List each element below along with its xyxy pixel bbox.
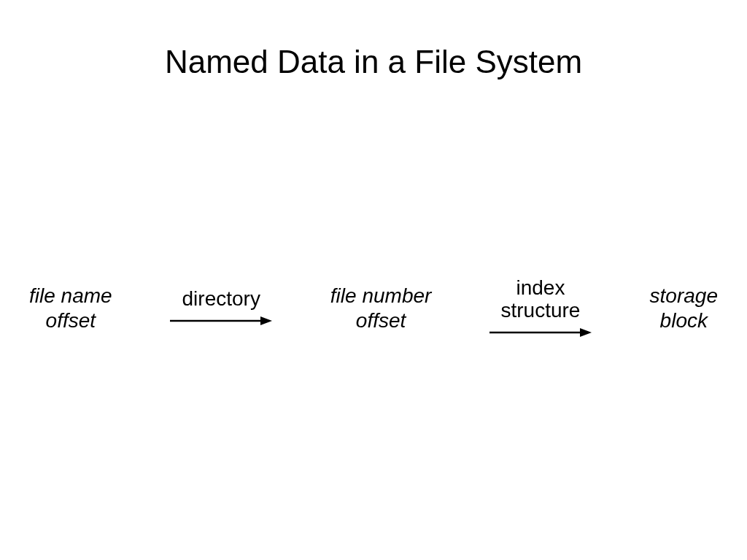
slide-title: Named Data in a File System	[0, 44, 747, 80]
arrow-index-structure: index structure	[489, 277, 592, 340]
flow-diagram: file name offset directory file number o…	[29, 277, 718, 340]
arrow-label-line: structure	[501, 299, 581, 322]
arrow-label: index structure	[501, 277, 581, 322]
node-file-number-offset: file number offset	[330, 284, 432, 332]
svg-marker-3	[580, 328, 592, 337]
arrow-label-line: index	[516, 276, 565, 299]
node-storage-block: storage block	[650, 284, 718, 332]
arrow-icon	[170, 314, 272, 328]
arrow-label: directory	[182, 288, 260, 311]
svg-marker-1	[260, 316, 272, 325]
node-text-line: storage	[650, 284, 718, 308]
arrow-icon	[489, 325, 592, 340]
node-file-name-offset: file name offset	[29, 284, 112, 332]
node-text-line: offset	[356, 308, 406, 333]
node-text-line: block	[660, 308, 708, 333]
node-text-line: file number	[330, 284, 432, 308]
node-text-line: file name	[29, 284, 112, 308]
node-text-line: offset	[46, 308, 96, 333]
arrow-directory: directory	[170, 288, 272, 328]
